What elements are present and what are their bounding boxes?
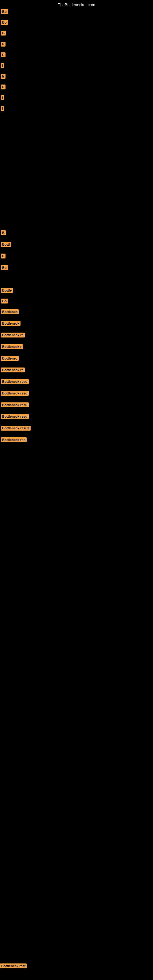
label-10: B [1, 230, 6, 235]
label-2: B [1, 30, 6, 35]
label-20: Bottlenec [1, 356, 19, 361]
label-1: Bo [1, 20, 8, 25]
label-6: E [1, 74, 5, 79]
label-17: Bottleneck [1, 321, 21, 326]
label-24: Bottleneck resu [1, 402, 29, 407]
label-13: Bo [1, 265, 8, 270]
label-5: I [1, 63, 4, 68]
label-15: Bo [1, 299, 8, 304]
label-28: Bottleneck rest [0, 964, 27, 968]
label-19: Bottleneck r [1, 344, 23, 349]
label-8: I [1, 95, 4, 100]
label-18: Bottleneck re [1, 332, 25, 337]
label-0: Bo [1, 9, 8, 14]
label-27: Bottleneck res [1, 438, 27, 442]
label-7: E [1, 84, 5, 89]
label-14: Bottle [1, 288, 13, 293]
label-25: Bottleneck resu [1, 414, 29, 419]
label-9: I [1, 106, 4, 111]
label-12: E [1, 254, 5, 258]
label-3: E [1, 41, 5, 46]
label-11: Bottl [1, 242, 11, 247]
label-16: Bottlenec [1, 309, 19, 314]
label-26: Bottleneck result [1, 426, 30, 431]
label-21: Bottleneck re [1, 368, 25, 372]
label-4: E [1, 52, 5, 57]
label-22: Bottleneck resu [1, 379, 29, 384]
label-23: Bottleneck resu [1, 391, 29, 396]
site-title: TheBottlenecker.com [58, 2, 95, 7]
